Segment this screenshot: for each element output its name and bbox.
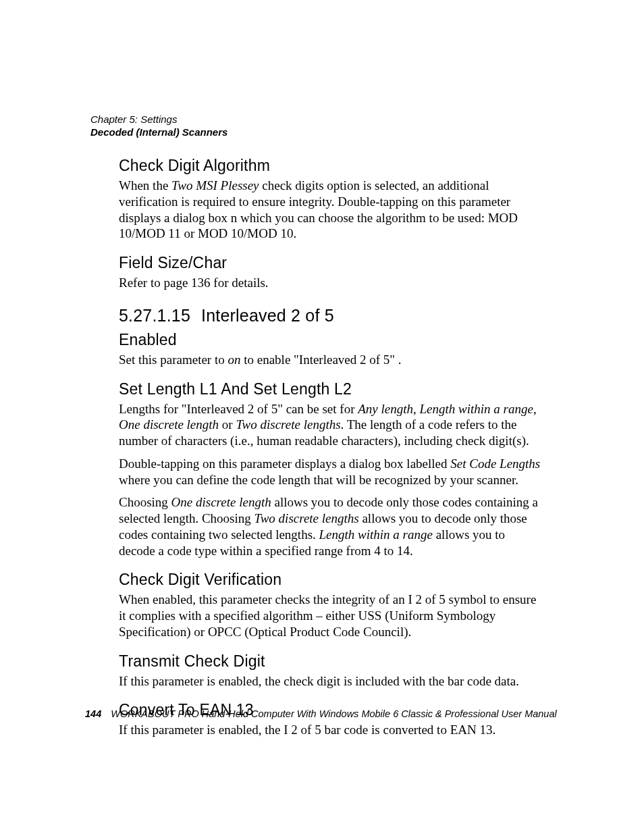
heading-transmit-check-digit: Transmit Check Digit: [119, 652, 541, 671]
paragraph: Set this parameter to on to enable "Inte…: [119, 352, 541, 368]
text-emphasis: Any length: [358, 402, 413, 416]
text: Set this parameter to: [119, 353, 227, 367]
text-emphasis: on: [227, 353, 240, 367]
page: Chapter 5: Settings Decoded (Internal) S…: [0, 0, 644, 834]
running-header: Chapter 5: Settings Decoded (Internal) S…: [90, 113, 227, 138]
heading-set-length: Set Length L1 And Set Length L2: [119, 380, 541, 398]
text-emphasis: Set Code Lengths: [450, 457, 540, 471]
paragraph: If this parameter is enabled, the I 2 of…: [119, 722, 541, 738]
paragraph: Lengths for "Interleaved 2 of 5" can be …: [119, 401, 541, 449]
heading-interleaved-2-of-5: 5.27.1.15Interleaved 2 of 5: [119, 306, 541, 325]
heading-check-digit-algorithm: Check Digit Algorithm: [119, 157, 541, 175]
paragraph: Refer to page 136 for details.: [119, 275, 541, 291]
paragraph: Choosing One discrete length allows you …: [119, 494, 541, 558]
text: ,: [413, 402, 420, 416]
text-emphasis: Length within a range: [420, 402, 533, 416]
content: Check Digit Algorithm When the Two MSI P…: [119, 157, 541, 745]
section-number: 5.27.1.15: [119, 306, 190, 325]
text: When the: [119, 178, 171, 192]
text: to enable "Interleaved 2 of 5" .: [240, 353, 401, 367]
footer-text: WORKABOUT PRO Hand-Held Computer With Wi…: [111, 708, 557, 719]
paragraph: When the Two MSI Plessey check digits op…: [119, 178, 541, 242]
text-emphasis: Length within a range: [319, 527, 433, 542]
heading-check-digit-verification: Check Digit Verification: [119, 571, 541, 589]
text: ,: [533, 402, 537, 416]
paragraph: If this parameter is enabled, the check …: [119, 673, 541, 689]
section-title: Interleaved 2 of 5: [201, 306, 334, 325]
page-number: 144: [85, 708, 101, 719]
header-chapter: Chapter 5: Settings: [90, 113, 227, 126]
text-emphasis: One discrete length: [171, 495, 271, 509]
text: Lengths for "Interleaved 2 of 5" can be …: [119, 402, 358, 416]
footer: 144WORKABOUT PRO Hand-Held Computer With…: [85, 708, 585, 719]
text: Double-tapping on this parameter display…: [119, 457, 450, 471]
heading-enabled: Enabled: [119, 331, 541, 349]
text-emphasis: One discrete length: [119, 417, 219, 432]
text: or: [219, 417, 236, 432]
text-emphasis: Two discrete lengths: [254, 511, 359, 525]
paragraph: Double-tapping on this parameter display…: [119, 456, 541, 488]
text: Choosing: [119, 495, 171, 509]
header-section: Decoded (Internal) Scanners: [90, 126, 227, 138]
text-emphasis: Two discrete lengths: [236, 417, 340, 432]
text-emphasis: Two MSI Plessey: [171, 178, 259, 192]
heading-field-size-char: Field Size/Char: [119, 254, 541, 272]
paragraph: When enabled, this parameter checks the …: [119, 592, 541, 640]
text: where you can define the code length tha…: [119, 473, 518, 487]
